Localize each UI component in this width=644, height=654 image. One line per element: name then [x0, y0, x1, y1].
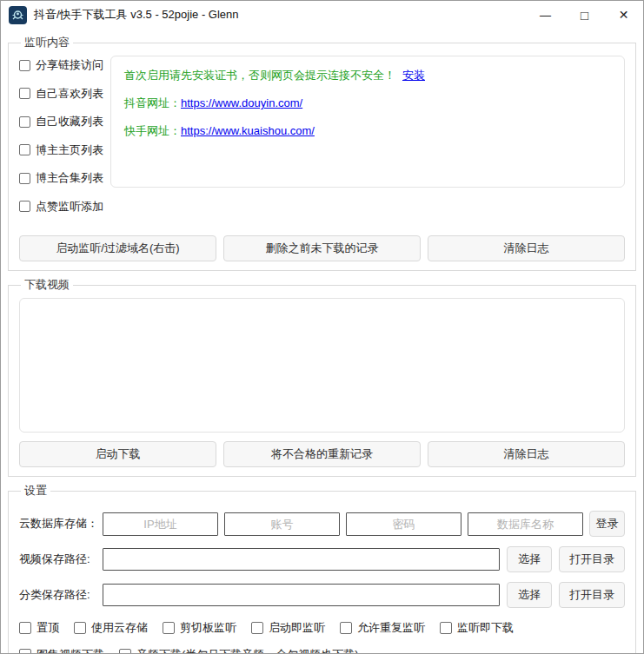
checkbox-label: 自己收藏列表: [36, 114, 103, 129]
download-log-area[interactable]: [19, 298, 625, 433]
maximize-button[interactable]: □: [565, 1, 604, 29]
checkbox-icon[interactable]: [19, 201, 30, 212]
listen-button-row: 启动监听/过滤域名(右击) 删除之前未下载的记录 清除日志: [19, 235, 625, 261]
checkbox-icon[interactable]: [19, 649, 31, 654]
checkbox-label: 点赞监听添加: [36, 199, 103, 215]
checkbox-label: 博主合集列表: [36, 170, 103, 186]
kuaishou-url-line: 快手网址：https://www.kuaishou.com/: [124, 123, 611, 139]
delete-undownloaded-records-button[interactable]: 删除之前未下载的记录: [223, 235, 421, 261]
checkbox-label: 启动即监听: [269, 620, 325, 636]
checkbox-clipboard-listen[interactable]: 剪切板监听: [163, 620, 236, 636]
checkbox-icon[interactable]: [163, 622, 175, 634]
cert-notice-line: 首次启用请先安装证书，否则网页会提示连接不安全！安装: [124, 68, 611, 83]
checkbox-label: 置顶: [37, 620, 59, 636]
start-download-button[interactable]: 启动下载: [19, 441, 216, 467]
video-path-open-button[interactable]: 打开目录: [559, 546, 625, 572]
checkbox-listen-on-start[interactable]: 启动即监听: [251, 620, 325, 636]
main-content: 监听内容 分享链接访问 自己喜欢列表 自己收藏列表: [1, 35, 643, 654]
checkbox-audio-download[interactable]: 音频下载(半勾只下载音频，全勾视频也下载): [119, 647, 359, 654]
video-path-label: 视频保存路径:: [19, 552, 103, 567]
listen-group-title: 监听内容: [21, 35, 73, 50]
douyin-url-label: 抖音网址：: [124, 96, 181, 109]
minimize-button[interactable]: —: [526, 1, 565, 29]
checkbox-label: 自己喜欢列表: [36, 86, 103, 102]
classify-path-input[interactable]: [103, 584, 500, 606]
listen-log-area[interactable]: 首次启用请先安装证书，否则网页会提示连接不安全！安装 抖音网址：https://…: [110, 56, 625, 188]
checkbox-icon[interactable]: [251, 622, 263, 634]
classify-path-open-button[interactable]: 打开目录: [559, 582, 625, 608]
cloud-account-input[interactable]: [224, 512, 340, 536]
classify-path-label: 分类保存路径:: [19, 587, 103, 603]
douyin-url-line: 抖音网址：https://www.douyin.com/: [124, 96, 611, 111]
listen-checkbox-column: 分享链接访问 自己喜欢列表 自己收藏列表 博主主页列表: [19, 56, 106, 227]
checkbox-label: 剪切板监听: [180, 620, 236, 636]
kuaishou-url-link[interactable]: https://www.kuaishou.com/: [181, 124, 315, 137]
close-button[interactable]: ✕: [604, 1, 643, 29]
checkbox-icon[interactable]: [340, 622, 352, 634]
settings-group-title: 设置: [21, 483, 50, 499]
checkbox-download-on-listen[interactable]: 监听即下载: [440, 620, 514, 636]
kuaishou-url-label: 快手网址：: [124, 124, 181, 137]
options-row-2: 图集视频下载 音频下载(半勾只下载音频，全勾视频也下载): [19, 647, 625, 654]
cloud-password-input[interactable]: [346, 512, 461, 536]
start-listen-filter-domain-button[interactable]: 启动监听/过滤域名(右击): [19, 235, 216, 261]
login-button[interactable]: 登录: [589, 511, 625, 537]
checkbox-icon[interactable]: [19, 173, 30, 184]
checkbox-own-likes-list[interactable]: 自己喜欢列表: [19, 86, 106, 102]
install-cert-link[interactable]: 安装: [402, 69, 425, 82]
cloud-ip-input[interactable]: [103, 512, 218, 536]
checkbox-icon[interactable]: [119, 649, 131, 654]
cloud-db-label: 云数据库存储：: [19, 516, 103, 532]
clear-download-log-button[interactable]: 清除日志: [428, 441, 625, 467]
checkbox-icon[interactable]: [19, 116, 30, 128]
checkbox-own-favorites-list[interactable]: 自己收藏列表: [19, 114, 106, 129]
download-group-title: 下载视频: [21, 277, 73, 293]
checkbox-label: 博主主页列表: [36, 142, 103, 158]
video-path-row: 视频保存路径: 选择 打开目录: [19, 546, 625, 572]
checkbox-gallery-video-download[interactable]: 图集视频下载: [19, 647, 104, 654]
douyin-url-link[interactable]: https://www.douyin.com/: [181, 96, 302, 109]
app-window: 抖音/快手下载工具 v3.5 - 52pojie - Glenn — □ ✕ 监…: [0, 0, 644, 654]
cloud-dbname-input[interactable]: [468, 512, 583, 536]
clear-listen-log-button[interactable]: 清除日志: [428, 235, 625, 261]
checkbox-like-listen-add[interactable]: 点赞监听添加: [19, 199, 106, 215]
options-row-1: 置顶 使用云存储 剪切板监听 启动即监听 允许重复监听: [19, 620, 625, 636]
classify-path-row: 分类保存路径: 选择 打开目录: [19, 582, 625, 608]
checkbox-icon[interactable]: [19, 622, 31, 634]
classify-path-select-button[interactable]: 选择: [507, 582, 552, 608]
listen-group: 监听内容 分享链接访问 自己喜欢列表 自己收藏列表: [8, 35, 636, 271]
checkbox-label: 监听即下载: [457, 620, 514, 636]
cert-notice-text: 首次启用请先安装证书，否则网页会提示连接不安全！: [124, 69, 395, 82]
rerecord-failed-button[interactable]: 将不合格的重新记录: [223, 441, 421, 467]
checkbox-label: 音频下载(半勾只下载音频，全勾视频也下载): [136, 647, 359, 654]
settings-group: 设置 云数据库存储： 登录 视频保存路径: 选择 打开目录 分类保存路径: 选择…: [8, 483, 636, 654]
checkbox-share-link-visit[interactable]: 分享链接访问: [19, 57, 106, 73]
download-group: 下载视频 启动下载 将不合格的重新记录 清除日志: [8, 277, 636, 477]
listen-body: 分享链接访问 自己喜欢列表 自己收藏列表 博主主页列表: [19, 56, 625, 227]
download-button-row: 启动下载 将不合格的重新记录 清除日志: [19, 441, 625, 467]
cloud-db-row: 云数据库存储： 登录: [19, 511, 625, 537]
window-controls: — □ ✕: [526, 1, 643, 29]
checkbox-label: 图集视频下载: [37, 647, 104, 654]
app-icon: [9, 6, 27, 24]
title-bar: 抖音/快手下载工具 v3.5 - 52pojie - Glenn — □ ✕: [1, 1, 643, 29]
checkbox-icon[interactable]: [19, 60, 30, 71]
checkbox-use-cloud-storage[interactable]: 使用云存储: [74, 620, 148, 636]
video-path-select-button[interactable]: 选择: [507, 546, 552, 572]
checkbox-icon[interactable]: [19, 144, 30, 155]
checkbox-blogger-collection-list[interactable]: 博主合集列表: [19, 170, 106, 186]
checkbox-icon[interactable]: [440, 622, 452, 634]
checkbox-always-on-top[interactable]: 置顶: [19, 620, 59, 636]
checkbox-icon[interactable]: [74, 622, 86, 634]
checkbox-blogger-homepage-list[interactable]: 博主主页列表: [19, 142, 106, 158]
video-path-input[interactable]: [103, 548, 500, 571]
checkbox-allow-repeat-listen[interactable]: 允许重复监听: [340, 620, 425, 636]
checkbox-label: 允许重复监听: [357, 620, 425, 636]
checkbox-label: 分享链接访问: [36, 57, 103, 73]
window-title: 抖音/快手下载工具 v3.5 - 52pojie - Glenn: [34, 7, 526, 23]
checkbox-label: 使用云存储: [91, 620, 148, 636]
checkbox-icon[interactable]: [19, 88, 30, 99]
